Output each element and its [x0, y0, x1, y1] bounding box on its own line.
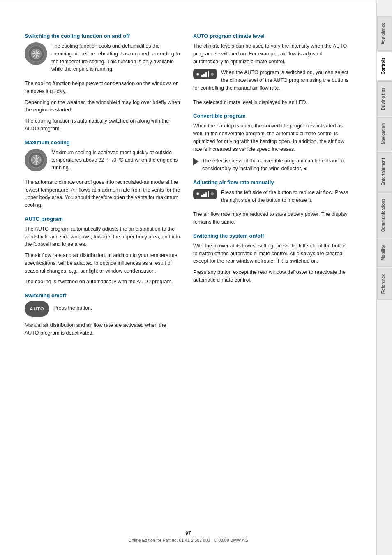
svg-point-16 [31, 159, 32, 161]
right-section3-p2: The air flow rate may be reduced to save… [193, 210, 349, 226]
right-section2-p1: When the hardtop is open, the convertibl… [193, 122, 349, 153]
right-section1-p1: The climate levels can be used to vary t… [193, 42, 349, 65]
page-footer-text: Online Edition for Part no. 01 41 2 602 … [0, 538, 376, 543]
section2-p2: The automatic climate control goes into … [25, 178, 181, 209]
sidebar: At a glance Controls Driving tips Naviga… [376, 0, 392, 555]
page-number: 97 [0, 530, 376, 536]
right-section1-p3: The selected climate level is displayed … [193, 99, 349, 106]
switching-onoff-heading: Switching on/off [25, 292, 181, 298]
sidebar-tab-driving-tips[interactable]: Driving tips [377, 81, 392, 116]
section2-p1: Maximum cooling is achieved most quickly… [25, 149, 181, 172]
sidebar-tab-mobility[interactable]: Mobility [377, 239, 392, 267]
section1-p3: Depending on the weather, the windshield… [25, 99, 181, 114]
section1-p2: The cooling function helps prevent conde… [25, 80, 181, 95]
section1-p1: The cooling function cools and dehumidif… [25, 42, 181, 73]
section1-p4: The cooling function is automatically sw… [25, 117, 181, 133]
section3-p3: The cooling is switched on automatically… [25, 278, 181, 286]
section3-heading: AUTO program [25, 216, 181, 222]
cooling-icon [25, 42, 47, 65]
right-section4-heading: Switching the system on/off [193, 233, 349, 239]
svg-point-17 [39, 159, 41, 161]
sidebar-tab-navigation[interactable]: Navigation [377, 117, 392, 150]
max-cooling-icon [25, 149, 47, 171]
svg-point-15 [35, 164, 37, 165]
section1-heading: Switching the cooling function on and of… [25, 33, 181, 39]
svg-point-14 [35, 155, 37, 157]
right-section2-heading: Convertible program [193, 113, 349, 119]
convertible-note: The effectiveness of the convertible pro… [193, 157, 349, 173]
after-auto-text: Manual air distribution and air flow rat… [25, 321, 181, 337]
note-triangle-icon [193, 158, 199, 165]
section3-p2: The air flow rate and air distribution, … [25, 252, 181, 275]
sidebar-tab-communications[interactable]: Communications [377, 192, 392, 238]
section3-p1: The AUTO program automatically adjusts t… [25, 225, 181, 248]
svg-point-6 [35, 53, 37, 55]
page-footer: 97 Online Edition for Part no. 01 41 2 6… [0, 530, 376, 543]
right-section4-p2: Press any button except the rear window … [193, 268, 349, 284]
sidebar-tab-reference[interactable]: Reference [377, 268, 392, 300]
section2-heading: Maximum cooling [25, 139, 181, 146]
right-section3-heading: Adjusting air flow rate manually [193, 179, 349, 185]
right-section4-p1: With the blower at its lowest setting, p… [193, 242, 349, 265]
sidebar-tab-entertainment[interactable]: Entertainment [377, 152, 392, 192]
right-section1-heading: AUTO program climate level [193, 33, 349, 39]
right-section2-p2: The effectiveness of the convertible pro… [202, 157, 349, 173]
svg-point-13 [35, 158, 37, 161]
sidebar-tab-controls[interactable]: Controls [377, 51, 392, 81]
sidebar-tab-at-a-glance[interactable]: At a glance [377, 16, 392, 51]
auto-button-icon: AUTO [25, 301, 49, 317]
